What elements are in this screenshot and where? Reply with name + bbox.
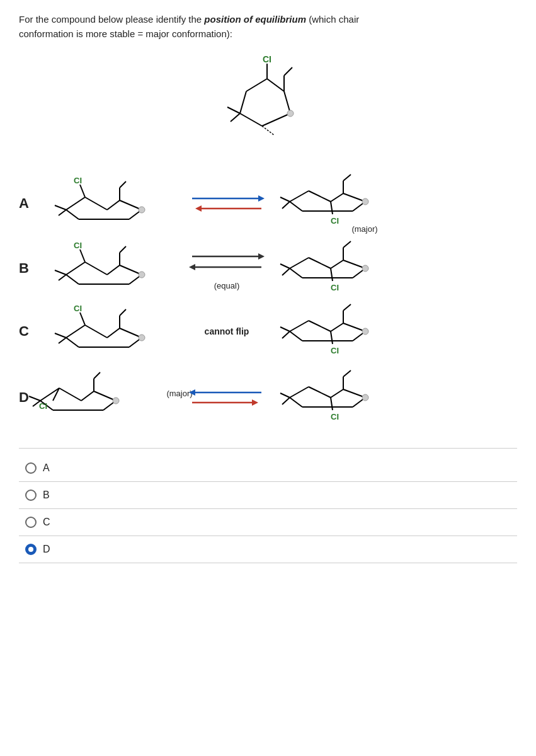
option-a[interactable]: A: [19, 455, 517, 482]
equal-label: (equal): [214, 281, 239, 290]
svg-line-77: [282, 268, 290, 275]
svg-point-135: [362, 394, 368, 401]
svg-line-93: [309, 321, 331, 331]
svg-line-49: [120, 265, 142, 275]
svg-line-84: [66, 338, 79, 347]
svg-point-55: [139, 272, 145, 278]
svg-line-127: [343, 389, 365, 398]
svg-line-76: [280, 264, 290, 268]
svg-line-102: [343, 304, 351, 311]
svg-point-11: [287, 110, 294, 117]
radio-circle-a[interactable]: [25, 462, 37, 474]
svg-line-59: [59, 275, 66, 280]
option-c[interactable]: C: [19, 509, 517, 536]
svg-line-92: [290, 321, 309, 331]
compound-structure: CI: [19, 54, 517, 154]
svg-line-58: [55, 270, 66, 275]
answer-row-b: B CI: [19, 240, 517, 297]
svg-line-85: [80, 312, 85, 325]
svg-line-6: [262, 113, 290, 126]
arrow-box-c: cannot flip: [176, 326, 277, 336]
molecule-left-c: CI: [44, 303, 170, 360]
question-text: For the compound below please identify t…: [19, 13, 460, 41]
svg-line-78: [66, 325, 85, 338]
svg-line-104: [280, 327, 290, 331]
radio-circle-d[interactable]: [25, 544, 37, 555]
svg-line-124: [290, 387, 309, 398]
molecule-left-d: CI (major): [44, 366, 170, 429]
svg-point-75: [362, 265, 368, 272]
svg-line-109: [94, 391, 116, 401]
svg-line-25: [120, 181, 126, 188]
svg-text:CI: CI: [263, 54, 271, 64]
svg-text:CI: CI: [39, 401, 47, 411]
molecule-right-c: CI: [283, 303, 409, 360]
svg-marker-61: [258, 253, 265, 260]
svg-line-118: [29, 396, 40, 401]
row-label-c: C: [19, 323, 38, 340]
svg-line-39: [331, 202, 333, 214]
option-d[interactable]: D: [19, 536, 517, 563]
svg-line-130: [290, 398, 302, 407]
option-label-b: B: [43, 490, 50, 501]
svg-line-90: [55, 333, 66, 338]
major-annotation-a: (major): [351, 224, 377, 234]
option-b[interactable]: B: [19, 482, 517, 509]
svg-line-13: [231, 113, 240, 122]
svg-marker-63: [189, 264, 195, 270]
answer-row-d: D CI (major): [19, 366, 517, 429]
svg-line-12: [227, 107, 240, 113]
svg-text:CI: CI: [331, 412, 339, 421]
svg-line-53: [80, 249, 85, 262]
svg-line-98: [290, 331, 302, 341]
svg-text:CI: CI: [74, 176, 82, 185]
svg-line-91: [59, 338, 66, 343]
svg-line-66: [331, 260, 343, 268]
molecule-right-a: CI CI (major): [283, 173, 409, 234]
svg-point-115: [113, 398, 119, 404]
option-label-c: C: [43, 517, 50, 528]
svg-line-65: [309, 258, 331, 268]
svg-line-131: [331, 398, 333, 410]
svg-marker-31: [195, 205, 202, 212]
svg-line-80: [107, 328, 120, 338]
row-label-b: B: [19, 260, 38, 277]
svg-line-3: [267, 79, 284, 91]
svg-line-5: [240, 113, 262, 126]
cannot-flip-label: cannot flip: [205, 326, 249, 336]
svg-line-42: [343, 175, 351, 181]
svg-line-26: [55, 205, 66, 210]
svg-line-74: [343, 241, 351, 248]
svg-line-70: [290, 268, 302, 278]
svg-line-33: [309, 191, 331, 202]
svg-line-126: [331, 389, 343, 398]
molecule-left-b: CI: [44, 240, 170, 297]
svg-line-27: [59, 210, 66, 215]
svg-text:CI: CI: [74, 241, 82, 250]
svg-line-4: [240, 91, 246, 113]
svg-point-103: [362, 328, 368, 335]
svg-line-34: [331, 193, 343, 202]
svg-line-137: [282, 398, 290, 404]
svg-line-44: [280, 197, 290, 202]
svg-text:CI: CI: [331, 346, 339, 355]
svg-line-21: [80, 185, 85, 197]
row-label-a: A: [19, 195, 38, 212]
molecule-left-a: CI: [44, 175, 170, 232]
option-label-d: D: [43, 544, 50, 555]
svg-point-87: [139, 335, 145, 341]
svg-line-117: [94, 372, 100, 379]
molecule-right-d: CI: [283, 369, 409, 426]
svg-line-67: [343, 260, 365, 268]
option-label-a: A: [43, 462, 50, 474]
arrow-box-a: [176, 191, 277, 216]
radio-circle-b[interactable]: [25, 490, 37, 501]
radio-circle-c[interactable]: [25, 517, 37, 528]
arrow-box-d: [176, 385, 277, 410]
svg-line-47: [85, 262, 107, 275]
svg-line-136: [280, 393, 290, 398]
svg-line-46: [66, 262, 85, 275]
svg-line-32: [290, 191, 309, 202]
svg-line-134: [343, 370, 351, 377]
svg-line-20: [66, 210, 79, 219]
